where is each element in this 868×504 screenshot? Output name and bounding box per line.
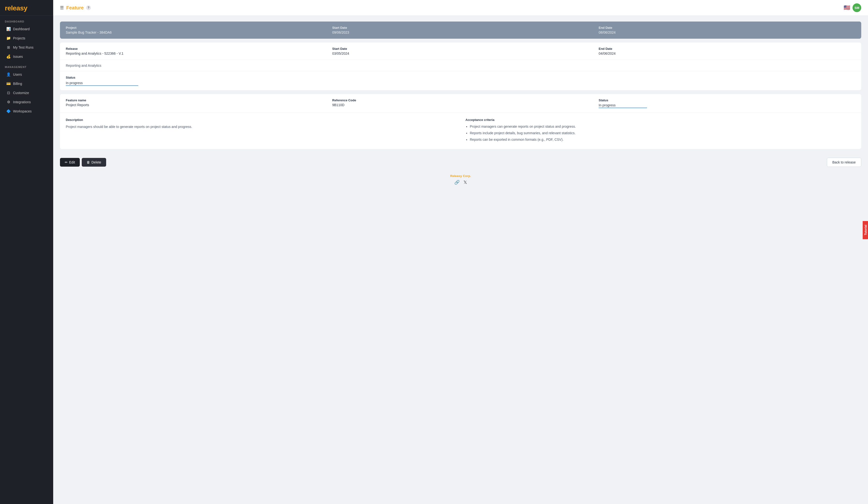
release-start-date-col: Start Date 03/05/2024 [332, 47, 589, 55]
sidebar-item-label: Billing [13, 82, 22, 86]
flag-icon: 🇺🇸 [844, 4, 850, 11]
sidebar-item-integrations[interactable]: ⚙ Integrations [1, 98, 52, 106]
projects-icon: 📁 [6, 36, 11, 40]
footer-brand: Releasy Corp. [65, 174, 856, 178]
feature-name-label: Feature name [66, 99, 322, 102]
project-end-date-value: 08/06/2024 [599, 30, 855, 34]
content-area: Project Sample Bug Tracker - 384DA6 Star… [53, 16, 868, 504]
release-value: Reporting and Analytics - 522366 - V.1 [66, 52, 322, 55]
release-description-row: Reporting and Analytics [60, 60, 861, 71]
release-start-date-label: Start Date [332, 47, 589, 51]
footer: Releasy Corp. 🔗 𝕏 [60, 169, 861, 190]
feature-status-value: In progress [599, 103, 647, 108]
project-label: Project [66, 26, 322, 30]
reference-code-col: Reference Code 9B110D [332, 99, 589, 108]
app-logo: releasy [5, 4, 27, 12]
list-item: Project managers can generate reports on… [470, 124, 855, 129]
twitter-icon[interactable]: 𝕏 [464, 180, 467, 185]
sidebar-item-label: Customize [13, 91, 29, 95]
header-left: ☰ Feature ? [60, 5, 91, 11]
header-right: 🇺🇸 SM [844, 3, 861, 12]
sidebar-item-workspaces[interactable]: 🔷 Workspaces [1, 107, 52, 116]
management-section-label: MANAGEMENT [0, 61, 53, 70]
project-start-date-value: 09/06/2023 [332, 30, 589, 34]
feature-card: Feature name Project Reports Reference C… [60, 94, 861, 149]
sidebar-logo: releasy [0, 0, 53, 16]
delete-icon: 🗑 [86, 160, 90, 164]
sidebar-item-label: My Test Runs [13, 45, 34, 49]
delete-button[interactable]: 🗑 Delete [82, 158, 106, 167]
release-end-date-label: End Date [599, 47, 855, 51]
billing-icon: 💳 [6, 82, 11, 86]
release-end-date-col: End Date 04/06/2024 [599, 47, 855, 55]
release-start-date-value: 03/05/2024 [332, 52, 589, 55]
avatar[interactable]: SM [852, 3, 861, 12]
reference-code-label: Reference Code [332, 99, 589, 102]
customize-icon: ⊡ [6, 91, 11, 95]
feature-header-row: Feature name Project Reports Reference C… [60, 94, 861, 113]
release-description: Reporting and Analytics [66, 64, 101, 68]
tutorial-tab[interactable]: Tutorial [862, 221, 868, 239]
sidebar-item-label: Issues [13, 55, 23, 59]
workspaces-icon: 🔷 [6, 109, 11, 113]
help-icon[interactable]: ? [86, 5, 91, 10]
actions-left: ✏ Edit 🗑 Delete [60, 158, 106, 167]
footer-icons: 🔗 𝕏 [65, 180, 856, 185]
main-content: ☰ Feature ? 🇺🇸 SM Project Sample Bug Tra… [53, 0, 868, 504]
feature-description-col: Description Project managers should be a… [66, 118, 456, 144]
release-status-value: In progress [66, 81, 138, 86]
list-item: Reports include project details, bug sum… [470, 131, 855, 136]
hamburger-icon[interactable]: ☰ [60, 5, 64, 10]
top-header: ☰ Feature ? 🇺🇸 SM [53, 0, 868, 16]
release-card-row: Release Reporting and Analytics - 522366… [60, 43, 861, 60]
reference-code-value: 9B110D [332, 103, 589, 107]
project-card-row: Project Sample Bug Tracker - 384DA6 Star… [60, 21, 861, 39]
sidebar-item-dashboard[interactable]: 📊 Dashboard [1, 25, 52, 33]
sidebar: releasy DASHBOARD 📊 Dashboard 📁 Projects… [0, 0, 53, 504]
project-end-date-col: End Date 08/06/2024 [599, 26, 855, 34]
sidebar-item-projects[interactable]: 📁 Projects [1, 34, 52, 43]
sidebar-item-label: Dashboard [13, 27, 30, 31]
description-text: Project managers should be able to gener… [66, 124, 456, 130]
back-to-release-button[interactable]: Back to release [827, 158, 861, 167]
feature-name-value: Project Reports [66, 103, 322, 107]
sidebar-item-customize[interactable]: ⊡ Customize [1, 89, 52, 97]
sidebar-item-my-test-runs[interactable]: ⊞ My Test Runs [1, 43, 52, 52]
sidebar-item-label: Integrations [13, 100, 31, 104]
test-runs-icon: ⊞ [6, 45, 11, 50]
edit-button[interactable]: ✏ Edit [60, 158, 80, 167]
sidebar-item-label: Projects [13, 36, 25, 40]
release-status-row: Status In progress [60, 71, 861, 90]
actions-bar: ✏ Edit 🗑 Delete Back to release [60, 153, 861, 169]
criteria-label: Acceptance criteria [465, 118, 855, 122]
project-value: Sample Bug Tracker - 384DA6 [66, 30, 322, 34]
sidebar-item-issues[interactable]: 💰 Issues [1, 52, 52, 61]
list-item: Reports can be exported in common format… [470, 137, 855, 142]
feature-name-col: Feature name Project Reports [66, 99, 322, 108]
release-label: Release [66, 47, 322, 51]
project-start-date-col: Start Date 09/06/2023 [332, 26, 589, 34]
project-col: Project Sample Bug Tracker - 384DA6 [66, 26, 322, 34]
link-icon[interactable]: 🔗 [454, 180, 459, 185]
feature-status-col: Status In progress [599, 99, 855, 108]
sidebar-item-label: Workspaces [13, 109, 32, 113]
issues-icon: 💰 [6, 54, 11, 59]
back-label: Back to release [833, 160, 856, 164]
criteria-list: Project managers can generate reports on… [465, 124, 855, 142]
sidebar-item-label: Users [13, 73, 22, 76]
release-end-date-value: 04/06/2024 [599, 52, 855, 55]
release-status-label: Status [66, 76, 855, 79]
sidebar-item-billing[interactable]: 💳 Billing [1, 79, 52, 88]
delete-label: Delete [91, 160, 101, 164]
edit-icon: ✏ [65, 160, 68, 164]
project-end-date-label: End Date [599, 26, 855, 30]
description-label: Description [66, 118, 456, 122]
project-start-date-label: Start Date [332, 26, 589, 30]
acceptance-criteria-col: Acceptance criteria Project managers can… [465, 118, 855, 144]
sidebar-item-users[interactable]: 👤 Users [1, 70, 52, 79]
users-icon: 👤 [6, 72, 11, 77]
integrations-icon: ⚙ [6, 100, 11, 104]
dashboard-section-label: DASHBOARD [0, 16, 53, 24]
feature-status-label: Status [599, 99, 855, 102]
page-title: Feature [66, 5, 84, 11]
